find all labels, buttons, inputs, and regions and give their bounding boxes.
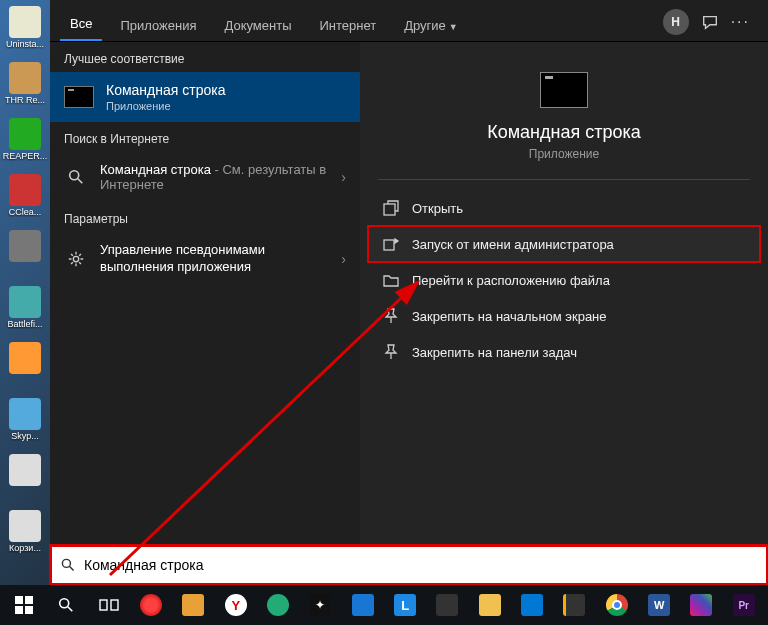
user-avatar[interactable]: Н	[663, 9, 689, 35]
app-icon	[436, 594, 458, 616]
desktop-icon[interactable]: CClea...	[5, 174, 45, 224]
paint-icon	[690, 594, 712, 616]
svg-point-2	[73, 256, 78, 261]
chevron-right-icon: ›	[341, 169, 346, 185]
desktop-icon[interactable]: REAPER...	[5, 118, 45, 168]
svg-point-7	[62, 559, 70, 567]
preview-title: Командная строка	[487, 122, 641, 143]
search-icon	[64, 165, 88, 189]
taskbar-app[interactable]	[724, 586, 764, 624]
taskbar-app[interactable]	[427, 586, 467, 624]
taskbar-app[interactable]	[597, 586, 637, 624]
desktop-icon[interactable]	[5, 342, 45, 392]
result-subtitle: Приложение	[106, 100, 346, 112]
shield-icon	[382, 235, 400, 253]
preview-actions: Открыть Запуск от имени администратора П…	[360, 180, 768, 380]
action-file-location[interactable]: Перейти к расположению файла	[368, 262, 760, 298]
desktop-icon[interactable]: Battlefi...	[5, 286, 45, 336]
cmd-icon	[540, 72, 588, 108]
tab-other[interactable]: Другие▼	[394, 8, 468, 41]
opera-icon	[140, 594, 162, 616]
yandex-icon	[225, 594, 247, 616]
taskbar-app[interactable]	[216, 586, 256, 624]
sublime-icon	[563, 594, 585, 616]
desktop-icon[interactable]: Uninsta...	[5, 6, 45, 56]
svg-rect-11	[15, 606, 23, 614]
taskbar-app[interactable]	[343, 586, 383, 624]
chevron-down-icon: ▼	[449, 22, 458, 32]
result-alias-settings[interactable]: Управление псевдонимами выполнения прило…	[50, 232, 360, 286]
taskbar-app[interactable]	[554, 586, 594, 624]
task-view-button[interactable]	[89, 586, 129, 624]
search-tabs: Все Приложения Документы Интернет Другие…	[50, 0, 768, 42]
folder-icon	[382, 271, 400, 289]
settings-icon	[64, 247, 88, 271]
desktop-icon[interactable]: Корзи...	[5, 510, 45, 560]
result-title: Командная строка	[106, 82, 346, 98]
desktop-background: Uninsta... THR Re... REAPER... CClea... …	[0, 0, 50, 585]
svg-rect-3	[384, 204, 395, 215]
action-pin-start[interactable]: Закрепить на начальном экране	[368, 298, 760, 334]
desktop-icon[interactable]	[5, 230, 45, 280]
pin-icon	[382, 343, 400, 361]
cmd-icon	[64, 86, 94, 108]
section-settings: Параметры	[50, 202, 360, 232]
action-pin-taskbar[interactable]: Закрепить на панели задач	[368, 334, 760, 370]
taskbar-app[interactable]	[470, 586, 510, 624]
taskbar-app[interactable]	[173, 586, 213, 624]
section-best-match: Лучшее соответствие	[50, 42, 360, 72]
mail-icon	[352, 594, 374, 616]
svg-point-13	[60, 599, 69, 608]
taskbar-app[interactable]	[258, 586, 298, 624]
desktop-icon[interactable]	[5, 454, 45, 504]
files-icon	[182, 594, 204, 616]
preview-subtitle: Приложение	[529, 147, 599, 161]
section-web: Поиск в Интернете	[50, 122, 360, 152]
taskbar	[0, 585, 768, 625]
taskbar-app[interactable]	[639, 586, 679, 624]
search-box[interactable]	[50, 545, 768, 585]
tab-internet[interactable]: Интернет	[309, 8, 386, 41]
preview-pane: Командная строка Приложение Открыть Запу…	[360, 42, 768, 585]
svg-rect-12	[25, 606, 33, 614]
svg-line-14	[68, 607, 73, 612]
svg-point-0	[70, 171, 79, 180]
results-list: Лучшее соответствие Командная строка При…	[50, 42, 360, 585]
svg-line-8	[70, 567, 74, 571]
premiere-icon	[733, 594, 755, 616]
action-run-as-admin[interactable]: Запуск от имени администратора	[368, 226, 760, 262]
word-icon	[648, 594, 670, 616]
taskbar-app[interactable]	[385, 586, 425, 624]
chrome-icon	[606, 594, 628, 616]
desktop-icon[interactable]: Skyp...	[5, 398, 45, 448]
result-web-search[interactable]: Командная строка - См. результаты в Инте…	[50, 152, 360, 202]
app-icon	[267, 594, 289, 616]
open-icon	[382, 199, 400, 217]
svg-line-1	[78, 179, 83, 184]
taskbar-app[interactable]	[131, 586, 171, 624]
feedback-icon[interactable]	[701, 13, 719, 31]
search-input[interactable]	[84, 557, 758, 573]
taskbar-app[interactable]	[681, 586, 721, 624]
tab-documents[interactable]: Документы	[214, 8, 301, 41]
taskbar-app[interactable]	[300, 586, 340, 624]
chevron-right-icon: ›	[341, 251, 346, 267]
svg-rect-10	[25, 596, 33, 604]
svg-rect-15	[100, 600, 107, 610]
more-icon[interactable]: ···	[731, 13, 750, 31]
tab-all[interactable]: Все	[60, 6, 102, 41]
app-icon	[309, 594, 331, 616]
start-button[interactable]	[4, 586, 44, 624]
desktop-icon[interactable]: THR Re...	[5, 62, 45, 112]
svg-rect-9	[15, 596, 23, 604]
start-search-panel: Все Приложения Документы Интернет Другие…	[50, 0, 768, 585]
app-icon	[394, 594, 416, 616]
taskbar-search-button[interactable]	[46, 586, 86, 624]
explorer-icon	[479, 594, 501, 616]
action-open[interactable]: Открыть	[368, 190, 760, 226]
taskbar-app[interactable]	[512, 586, 552, 624]
result-cmd[interactable]: Командная строка Приложение	[50, 72, 360, 122]
search-icon	[60, 557, 76, 573]
svg-rect-16	[111, 600, 118, 610]
tab-apps[interactable]: Приложения	[110, 8, 206, 41]
